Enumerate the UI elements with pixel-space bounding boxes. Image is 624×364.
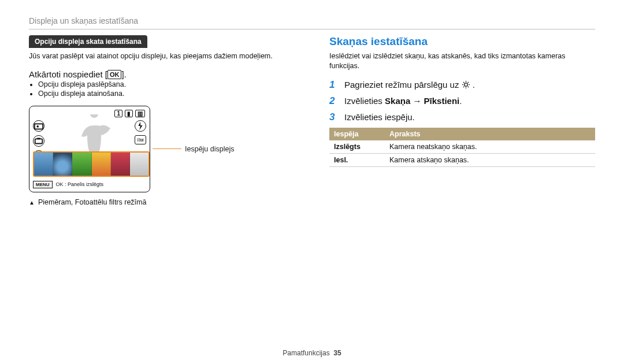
person-silhouette-icon bbox=[77, 114, 112, 155]
left-bullet-list: Opciju displeja paslēpšana. Opciju displ… bbox=[31, 80, 295, 98]
step-text: . bbox=[473, 80, 475, 90]
svg-line-15 bbox=[467, 82, 468, 83]
right-intro-text: Ieslēdziet vai izslēdziet skaņu, kas ats… bbox=[329, 51, 595, 71]
step-text: Pagrieziet režīmu pārslēgu uz bbox=[344, 80, 462, 90]
option-key: Iesl. bbox=[329, 153, 385, 166]
step-number: 1 bbox=[329, 79, 339, 91]
left-pill-heading: Opciju displeja skata iestatīšana bbox=[29, 35, 147, 48]
repeat-press-prefix: Atkārtoti nospiediet [ bbox=[29, 69, 107, 79]
repeat-press-instruction: Atkārtoti nospiediet [OK]. bbox=[29, 69, 295, 79]
picture-mode-icon bbox=[33, 120, 44, 132]
table-header-row: Iespēja Apraksts bbox=[329, 128, 595, 140]
ok-key-icon: OK bbox=[107, 70, 122, 79]
table-header: Apraksts bbox=[385, 128, 595, 140]
triangle-up-icon: ▲ bbox=[29, 199, 35, 206]
list-item: Opciju displeja atainošana. bbox=[38, 90, 295, 98]
step-number: 2 bbox=[329, 95, 339, 107]
svg-marker-6 bbox=[138, 122, 142, 130]
filter-thumbnail bbox=[34, 153, 53, 176]
repeat-press-suffix: ]. bbox=[121, 69, 126, 79]
filter-thumbnail bbox=[72, 153, 91, 176]
shot-count-badge: 1 bbox=[114, 110, 122, 117]
table-row: Izslēgts Kamera neatskaņo skaņas. bbox=[329, 140, 595, 154]
svg-rect-3 bbox=[37, 138, 40, 139]
svg-point-7 bbox=[464, 83, 467, 86]
sd-card-icon: ▮ bbox=[125, 110, 133, 117]
footer-label: Pamatfunkcijas bbox=[283, 349, 329, 357]
option-description: Kamera atskaņo skaņas. bbox=[385, 153, 595, 166]
table-header: Iespēja bbox=[329, 128, 385, 140]
step-bold-text: Skaņa bbox=[385, 96, 410, 106]
camera-screen-mock: 1 ▮ ▥ bbox=[29, 106, 150, 192]
leader-label: Iespēju displejs bbox=[153, 145, 234, 153]
option-key: Izslēgts bbox=[329, 140, 385, 154]
list-item: Opciju displeja paslēpšana. bbox=[38, 80, 295, 88]
step-item: 2 Izvēlieties Skaņa → Pīkstieni. bbox=[329, 95, 595, 107]
svg-line-12 bbox=[463, 82, 463, 83]
menu-button-label: MENU bbox=[33, 181, 53, 188]
page-footer: Pamatfunkcijas 35 bbox=[0, 349, 624, 357]
battery-icon: ▥ bbox=[135, 110, 145, 117]
left-intro-text: Jūs varat paslēpt vai atainot opciju dis… bbox=[29, 51, 295, 61]
option-description: Kamera neatskaņo skaņas. bbox=[385, 140, 595, 154]
example-caption: Piemēram, Fotoattēlu filtrs režīmā bbox=[38, 198, 147, 206]
page-section-title: Displeja un skaņas iestatīšana bbox=[29, 16, 595, 29]
gear-icon bbox=[462, 80, 470, 89]
left-column: Opciju displeja skata iestatīšana Jūs va… bbox=[29, 35, 295, 206]
step-item: 1 Pagrieziet režīmu pārslēgu uz . bbox=[329, 79, 595, 91]
filter-thumbnail-strip bbox=[33, 151, 150, 177]
steps-list: 1 Pagrieziet režīmu pārslēgu uz . 2 Izvē… bbox=[329, 79, 595, 123]
table-row: Iesl. Kamera atskaņo skaņas. bbox=[329, 153, 595, 166]
step-item: 3 Izvēlieties iespēju. bbox=[329, 112, 595, 123]
svg-line-13 bbox=[467, 87, 468, 87]
svg-point-1 bbox=[36, 125, 39, 128]
filter-thumbnail bbox=[130, 153, 148, 176]
filter-thumbnail bbox=[92, 153, 111, 176]
filter-thumbnail bbox=[111, 153, 130, 176]
resolution-icon: IIм bbox=[135, 135, 146, 144]
svg-line-14 bbox=[463, 87, 463, 87]
camera-mode-icon bbox=[33, 135, 44, 147]
footer-page-number: 35 bbox=[333, 349, 341, 357]
sound-settings-title: Skaņas iestatīšana bbox=[329, 35, 595, 48]
step-number: 3 bbox=[329, 112, 339, 123]
ok-panel-status-text: OK : Panelis izslēgts bbox=[56, 181, 104, 187]
step-text: Izvēlieties bbox=[344, 96, 385, 106]
step-bold-text: Pīkstieni bbox=[424, 96, 460, 106]
flash-icon bbox=[135, 120, 146, 132]
step-text: Izvēlieties iespēju. bbox=[344, 112, 415, 122]
filter-thumbnail bbox=[53, 153, 72, 176]
step-arrow: → bbox=[410, 96, 424, 106]
right-column: Skaņas iestatīšana Ieslēdziet vai izslēd… bbox=[329, 35, 595, 206]
options-table: Iespēja Apraksts Izslēgts Kamera neatska… bbox=[329, 128, 595, 167]
svg-rect-2 bbox=[35, 139, 43, 143]
step-text: . bbox=[459, 96, 462, 106]
